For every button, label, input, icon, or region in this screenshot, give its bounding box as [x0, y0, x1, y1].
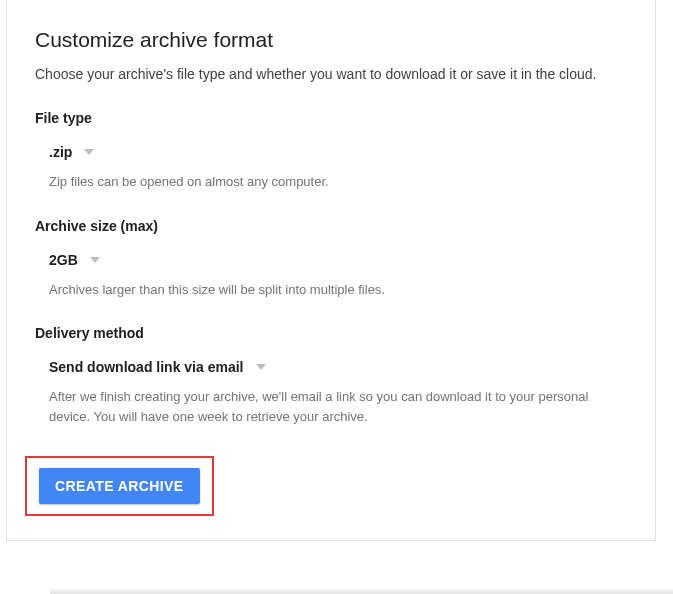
- archive-format-panel: Customize archive format Choose your arc…: [6, 0, 656, 541]
- file-type-hint: Zip files can be opened on almost any co…: [35, 172, 625, 192]
- archive-size-select[interactable]: 2GB: [35, 252, 651, 268]
- highlight-annotation: CREATE ARCHIVE: [25, 456, 214, 516]
- archive-size-value: 2GB: [49, 252, 78, 268]
- archive-size-label: Archive size (max): [35, 218, 651, 234]
- panel-title: Customize archive format: [35, 28, 651, 52]
- delivery-method-value: Send download link via email: [49, 359, 244, 375]
- bottom-shadow-decor: [50, 588, 673, 594]
- delivery-method-hint: After we finish creating your archive, w…: [35, 387, 625, 426]
- archive-size-hint: Archives larger than this size will be s…: [35, 280, 625, 300]
- file-type-label: File type: [35, 110, 651, 126]
- delivery-method-label: Delivery method: [35, 325, 651, 341]
- file-type-select[interactable]: .zip: [35, 144, 651, 160]
- caret-down-icon: [90, 257, 100, 263]
- caret-down-icon: [256, 364, 266, 370]
- create-archive-button[interactable]: CREATE ARCHIVE: [39, 468, 200, 504]
- delivery-method-select[interactable]: Send download link via email: [35, 359, 651, 375]
- caret-down-icon: [84, 149, 94, 155]
- file-type-value: .zip: [49, 144, 72, 160]
- panel-subtitle: Choose your archive's file type and whet…: [35, 66, 651, 82]
